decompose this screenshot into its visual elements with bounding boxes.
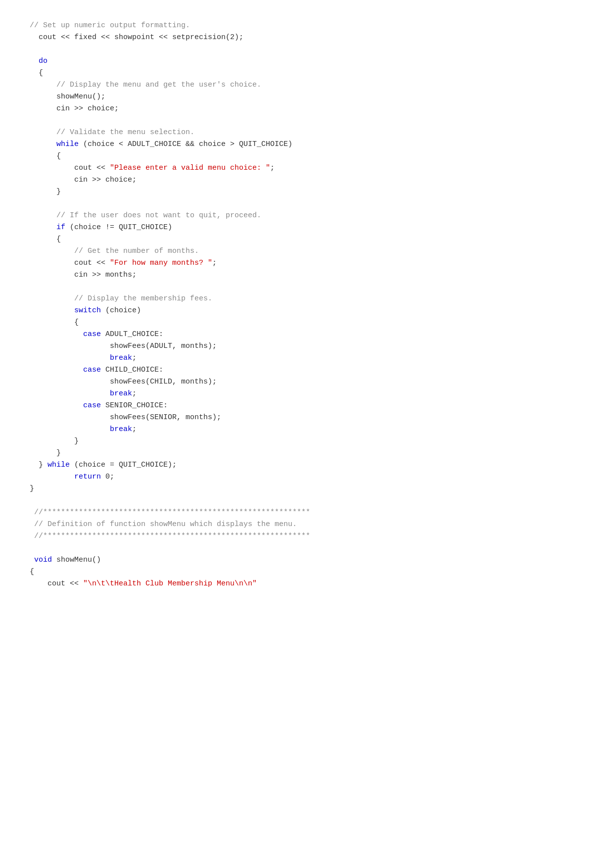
keyword-case: case: [83, 366, 101, 374]
code-line: // Definition of function showMenu which…: [30, 519, 584, 530]
code-line: break;: [30, 352, 584, 364]
code-line: // If the user does not want to quit, pr…: [30, 210, 584, 222]
code-line: switch (choice): [30, 305, 584, 317]
code-text: cout <<: [30, 579, 83, 588]
code-line: showFees(CHILD, months);: [30, 376, 584, 388]
code-text: {: [30, 235, 61, 243]
code-text: ;: [132, 354, 137, 362]
code-text: {: [30, 318, 79, 327]
code-text: (choice < ADULT_CHOICE && choice > QUIT_…: [79, 140, 292, 148]
code-text: CHILD_CHOICE:: [101, 366, 163, 374]
code-text: }: [30, 437, 79, 445]
code-line: cout << fixed << showpoint << setprecisi…: [30, 32, 584, 44]
code-line: }: [30, 186, 584, 198]
keyword-break: break: [110, 354, 132, 362]
code-text: cin >> choice;: [30, 176, 137, 184]
code-text: }: [39, 461, 47, 469]
code-line: void showMenu(): [30, 554, 584, 566]
code-text: ;: [212, 259, 217, 267]
code-line: showFees(SENIOR, months);: [30, 412, 584, 424]
code-line-blank: [30, 44, 584, 55]
code-line: {: [30, 566, 584, 578]
code-line: //**************************************…: [30, 507, 584, 519]
code-text: ADULT_CHOICE:: [101, 330, 163, 338]
code-text: 0;: [101, 473, 114, 481]
keyword-break: break: [110, 389, 132, 398]
code-line-blank: [30, 495, 584, 507]
code-text: cout <<: [30, 259, 110, 267]
code-line-blank: [30, 542, 584, 554]
code-text: showFees(CHILD, months);: [30, 378, 217, 386]
keyword-switch: switch: [74, 306, 101, 315]
code-text: cin >> months;: [30, 271, 137, 279]
keyword-break: break: [110, 425, 132, 434]
keyword-while: while: [56, 140, 79, 148]
code-text: cout << fixed << showpoint << setprecisi…: [30, 33, 243, 42]
code-text: {: [30, 568, 34, 576]
code-line: cin >> choice;: [30, 174, 584, 186]
code-line: // Set up numeric output formatting.: [30, 20, 584, 32]
code-line: // Validate the menu selection.: [30, 127, 584, 139]
code-line: case SENIOR_CHOICE:: [30, 400, 584, 412]
code-text: }: [30, 449, 61, 457]
comment-text: // Get the number of months.: [30, 247, 199, 255]
comment-stars: //**************************************…: [30, 532, 310, 540]
code-text: SENIOR_CHOICE:: [101, 401, 168, 410]
code-line: {: [30, 317, 584, 329]
code-text: ;: [132, 389, 137, 398]
code-text: {: [30, 69, 43, 77]
code-text: showMenu();: [30, 93, 105, 101]
code-line: {: [30, 67, 584, 79]
string-text: "For how many months? ": [110, 259, 212, 267]
code-text: (choice): [101, 306, 141, 315]
comment-text: // Validate the menu selection.: [30, 128, 194, 137]
code-line-blank: [30, 198, 584, 210]
code-line: case CHILD_CHOICE:: [30, 364, 584, 376]
keyword-void: void: [34, 556, 52, 564]
code-text: ;: [132, 425, 137, 434]
code-line: do: [30, 55, 584, 67]
code-line: {: [30, 234, 584, 245]
comment-text: // Display the membership fees.: [30, 294, 212, 303]
code-line: cin >> months;: [30, 269, 584, 281]
code-line: // Display the menu and get the user's c…: [30, 79, 584, 91]
code-line: cout << "Please enter a valid menu choic…: [30, 162, 584, 174]
code-line: } while (choice = QUIT_CHOICE);: [30, 459, 584, 471]
code-line: case ADULT_CHOICE:: [30, 329, 584, 340]
keyword-return: return: [74, 473, 101, 481]
code-text: ;: [270, 164, 275, 172]
code-text: (choice = QUIT_CHOICE);: [70, 461, 177, 469]
code-line: //**************************************…: [30, 530, 584, 542]
keyword-do: do: [39, 57, 47, 65]
code-text: showFees(SENIOR, months);: [30, 413, 221, 422]
string-text: "\n\t\tHealth Club Membership Menu\n\n": [83, 579, 257, 588]
code-line: showMenu();: [30, 91, 584, 103]
code-text: showMenu(): [52, 556, 101, 564]
code-line: }: [30, 483, 584, 495]
code-line: cout << "\n\t\tHealth Club Membership Me…: [30, 578, 584, 590]
comment-def: // Definition of function showMenu which…: [30, 520, 297, 529]
string-text: "Please enter a valid menu choice: ": [110, 164, 270, 172]
code-text: {: [30, 152, 61, 160]
code-line: {: [30, 150, 584, 162]
code-line: break;: [30, 388, 584, 400]
code-text: cin >> choice;: [30, 104, 119, 113]
code-text: }: [30, 188, 61, 196]
code-line-blank: [30, 281, 584, 293]
code-line: break;: [30, 424, 584, 435]
code-text: (choice != QUIT_CHOICE): [65, 223, 172, 232]
code-line: showFees(ADULT, months);: [30, 340, 584, 352]
comment-text: // Set up numeric output formatting.: [30, 21, 190, 30]
code-line: // Get the number of months.: [30, 245, 584, 257]
code-line: }: [30, 435, 584, 447]
keyword-case: case: [83, 330, 101, 338]
keyword-case: case: [83, 401, 101, 410]
code-line: while (choice < ADULT_CHOICE && choice >…: [30, 139, 584, 150]
comment-text: // Display the menu and get the user's c…: [30, 81, 261, 89]
code-line: }: [30, 447, 584, 459]
code-text: cout <<: [30, 164, 110, 172]
code-text: }: [30, 484, 34, 493]
code-line: // Display the membership fees.: [30, 293, 584, 305]
keyword-while-end: while: [47, 461, 70, 469]
code-line-blank: [30, 115, 584, 127]
